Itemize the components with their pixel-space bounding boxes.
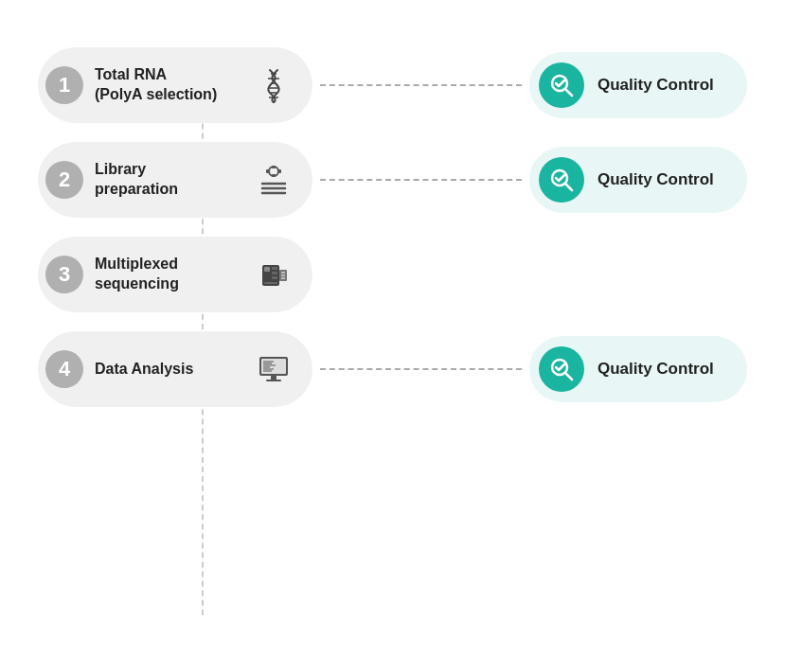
step-label-2: Library preparation xyxy=(95,160,242,200)
svg-rect-29 xyxy=(261,359,286,374)
step-row-3: 3 Multiplexed sequencing xyxy=(38,227,747,322)
step-row-1: 1 Total RNA (PolyA selection) xyxy=(38,38,747,133)
step-number-4: 4 xyxy=(45,350,83,388)
svg-line-39 xyxy=(565,373,572,380)
connector-1 xyxy=(320,84,522,86)
svg-rect-37 xyxy=(266,380,281,381)
svg-rect-10 xyxy=(272,174,276,177)
svg-rect-22 xyxy=(272,276,277,279)
step-number-2: 2 xyxy=(45,161,83,199)
svg-rect-11 xyxy=(278,169,281,173)
step-row-4: 4 Data Analysis xyxy=(38,322,747,416)
steps-list: 1 Total RNA (PolyA selection) xyxy=(38,28,747,416)
step-pill-2: 2 Library preparation xyxy=(38,142,312,218)
qc-label-2: Quality Control xyxy=(598,170,714,189)
step-pill-1: 1 Total RNA (PolyA selection) xyxy=(38,47,312,123)
svg-line-7 xyxy=(565,89,572,96)
qc-pill-2: Quality Control xyxy=(529,147,747,213)
svg-rect-9 xyxy=(272,166,276,168)
connector-4 xyxy=(320,368,522,370)
qc-label-4: Quality Control xyxy=(598,360,714,379)
workflow-container: 1 Total RNA (PolyA selection) xyxy=(0,0,785,672)
qc-icon-circle-4 xyxy=(539,346,584,392)
step-pill-4: 4 Data Analysis xyxy=(38,331,312,407)
svg-line-17 xyxy=(565,184,572,190)
svg-rect-12 xyxy=(266,169,269,173)
step-number-1: 1 xyxy=(45,66,83,104)
gear-lines-icon xyxy=(250,156,297,203)
qc-pill-4: Quality Control xyxy=(529,336,747,402)
step-pill-3: 3 Multiplexed sequencing xyxy=(38,237,312,312)
svg-rect-23 xyxy=(264,282,277,284)
svg-rect-36 xyxy=(271,376,277,380)
svg-rect-20 xyxy=(272,267,277,270)
step-row-2: 2 Library preparation xyxy=(38,133,747,227)
svg-rect-19 xyxy=(264,267,270,272)
step-label-1: Total RNA (PolyA selection) xyxy=(95,65,242,105)
qc-icon-circle-2 xyxy=(539,157,584,203)
step-label-4: Data Analysis xyxy=(95,360,242,380)
svg-rect-21 xyxy=(272,272,277,274)
qc-pill-1: Quality Control xyxy=(529,52,747,118)
step-label-3: Multiplexed sequencing xyxy=(95,255,242,294)
qc-label-1: Quality Control xyxy=(598,76,714,95)
qc-icon-circle-1 xyxy=(539,62,584,108)
sequencer-icon xyxy=(250,251,297,298)
connector-2 xyxy=(320,179,522,181)
dna-icon xyxy=(250,62,297,109)
step-number-3: 3 xyxy=(45,256,83,293)
computer-icon xyxy=(250,345,297,393)
